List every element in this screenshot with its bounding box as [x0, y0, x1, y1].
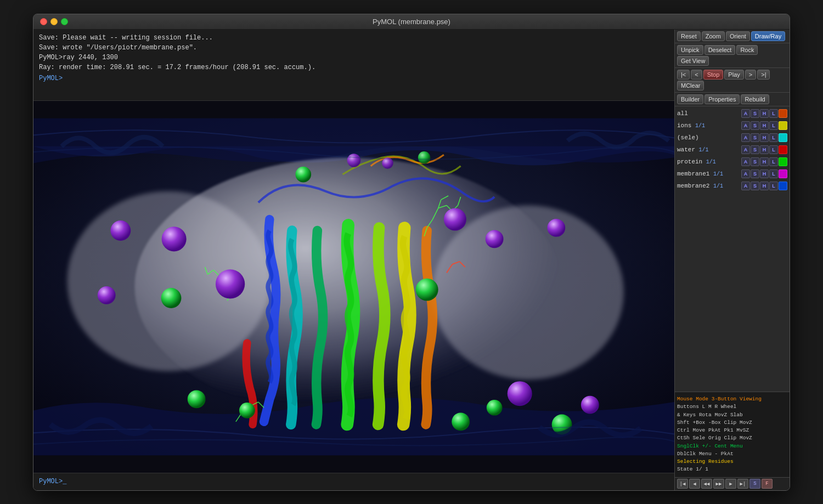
pb-forward-button[interactable]: ▶▶ [713, 479, 724, 489]
builder-button[interactable]: Builder [677, 94, 703, 104]
reset-button[interactable]: Reset [677, 31, 701, 41]
console-line-1: Save: Please wait -- writing session fil… [39, 33, 669, 43]
console-area: Save: Please wait -- writing session fil… [33, 30, 674, 101]
main-area: Save: Please wait -- writing session fil… [33, 30, 790, 490]
play-button[interactable]: Play [724, 70, 743, 80]
properties-button[interactable]: Properties [704, 94, 740, 104]
object-btn-h-ions[interactable]: H [760, 121, 769, 130]
object-btn-c-protein[interactable] [779, 157, 787, 166]
object-row-all[interactable]: all A S H L [675, 107, 790, 120]
object-btn-s-water[interactable]: S [751, 145, 759, 154]
object-btn-c-ions[interactable] [779, 121, 787, 130]
svg-point-37 [188, 390, 206, 408]
minimize-button[interactable] [50, 18, 58, 25]
object-btn-s-membrane1[interactable]: S [751, 169, 759, 178]
object-btn-h-sele[interactable]: H [760, 133, 769, 142]
mouse-line-9: Selecting Residues [677, 458, 787, 466]
object-row-water[interactable]: water 1/1 A S H L [675, 144, 790, 156]
pb-back-button[interactable]: ◀ [689, 479, 700, 489]
svg-point-43 [295, 166, 311, 182]
svg-point-34 [508, 381, 532, 406]
draw-ray-button[interactable]: Draw/Ray [751, 31, 785, 41]
close-button[interactable] [40, 18, 47, 25]
forward-button[interactable]: > [745, 70, 756, 80]
object-btn-s-membrane2[interactable]: S [751, 182, 759, 190]
object-btn-h-membrane1[interactable]: H [760, 169, 769, 178]
viewport[interactable] [33, 101, 674, 473]
toolbar-row-1: Reset Zoom Orient Draw/Ray [675, 30, 790, 43]
object-btn-c-membrane1[interactable] [779, 169, 787, 178]
rock-button[interactable]: Rock [736, 45, 758, 55]
pb-f-button[interactable]: F [762, 479, 773, 489]
pb-fastforward-button[interactable]: ▶| [737, 479, 748, 489]
mouse-line-6: CtSh Sele Orig Clip MovZ [677, 434, 787, 442]
object-row-membrane2[interactable]: membrane2 1/1 A S H L [675, 180, 790, 192]
mouse-line-5: Ctrl Move PkAt Pk1 MvSZ [677, 427, 787, 434]
object-name-water: water 1/1 [677, 146, 741, 153]
maximize-button[interactable] [61, 18, 68, 25]
object-btn-c-sele[interactable] [779, 133, 787, 142]
mclear-button[interactable]: MClear [677, 81, 704, 90]
unpick-button[interactable]: Unpick [677, 45, 703, 55]
pb-rewind-button[interactable]: |◀ [677, 479, 688, 489]
object-btn-s-ions[interactable]: S [751, 121, 759, 130]
object-btn-c-all[interactable] [779, 109, 787, 118]
mouse-line-1: Mouse Mode 3-Button Viewing [677, 395, 787, 403]
object-row-sele[interactable]: (sele) A S H L [675, 132, 790, 144]
object-name-protein: protein 1/1 [677, 158, 741, 165]
deselect-button[interactable]: Deselect [704, 45, 736, 55]
object-name-membrane1: membrane1 1/1 [677, 171, 741, 177]
object-btn-h-protein[interactable]: H [760, 157, 769, 166]
pb-forward2-button[interactable]: ▶ [725, 479, 736, 489]
mouse-line-2: Buttons L M R Wheel [677, 403, 787, 411]
object-btn-l-sele[interactable]: L [769, 133, 778, 142]
object-btn-l-membrane1[interactable]: L [769, 169, 778, 178]
object-row-membrane1[interactable]: membrane1 1/1 A S H L [675, 168, 790, 180]
object-btn-a-sele[interactable]: A [741, 133, 750, 142]
svg-point-3 [432, 205, 623, 380]
pb-back2-button[interactable]: ◀◀ [701, 479, 712, 489]
object-btn-h-water[interactable]: H [760, 145, 769, 154]
rebuild-button[interactable]: Rebuild [741, 94, 769, 104]
object-btn-s-all[interactable]: S [751, 109, 759, 118]
object-row-protein[interactable]: protein 1/1 A S H L [675, 156, 790, 168]
rewind-button[interactable]: |< [677, 70, 690, 80]
object-btn-s-protein[interactable]: S [751, 157, 759, 166]
svg-point-31 [444, 208, 466, 230]
object-name-ions: ions 1/1 [677, 122, 741, 129]
get-view-button[interactable]: Get View [677, 56, 709, 66]
molecular-visualization [33, 101, 674, 473]
object-btn-a-ions[interactable]: A [741, 121, 750, 130]
object-btn-l-protein[interactable]: L [769, 157, 778, 166]
toolbar-row-3: |< < Stop Play > >| MClear [675, 68, 790, 93]
object-btn-l-water[interactable]: L [769, 145, 778, 154]
window-controls [40, 18, 68, 25]
svg-point-27 [216, 269, 245, 298]
object-btn-h-membrane2[interactable]: H [760, 182, 769, 190]
object-btn-c-water[interactable] [779, 145, 787, 154]
object-btn-a-all[interactable]: A [741, 109, 750, 118]
back-button[interactable]: < [691, 70, 702, 80]
object-btn-a-protein[interactable]: A [741, 157, 750, 166]
object-btn-a-membrane1[interactable]: A [741, 169, 750, 178]
bottom-prompt[interactable]: PyMOL>_ [39, 478, 66, 485]
zoom-button[interactable]: Zoom [702, 31, 725, 41]
object-btn-l-membrane2[interactable]: L [769, 182, 778, 190]
pb-s-button[interactable]: S [749, 479, 760, 489]
object-btn-c-membrane2[interactable] [779, 182, 787, 190]
object-btn-l-all[interactable]: L [769, 109, 778, 118]
object-btn-s-sele[interactable]: S [751, 133, 759, 142]
console-prompt[interactable]: PyMOL> [39, 75, 669, 82]
stop-button[interactable]: Stop [703, 70, 724, 80]
object-btn-l-ions[interactable]: L [769, 121, 778, 130]
object-row-ions[interactable]: ions 1/1 A S H L [675, 120, 790, 132]
svg-point-38 [239, 403, 255, 418]
object-btn-h-all[interactable]: H [760, 109, 769, 118]
object-btn-a-water[interactable]: A [741, 145, 750, 154]
svg-point-28 [162, 226, 187, 251]
window-title: PyMOL (membrane.pse) [373, 18, 450, 26]
orient-button[interactable]: Orient [726, 31, 750, 41]
fast-forward-button[interactable]: >| [757, 70, 770, 80]
svg-point-35 [581, 395, 599, 414]
object-btn-a-membrane2[interactable]: A [741, 182, 750, 190]
